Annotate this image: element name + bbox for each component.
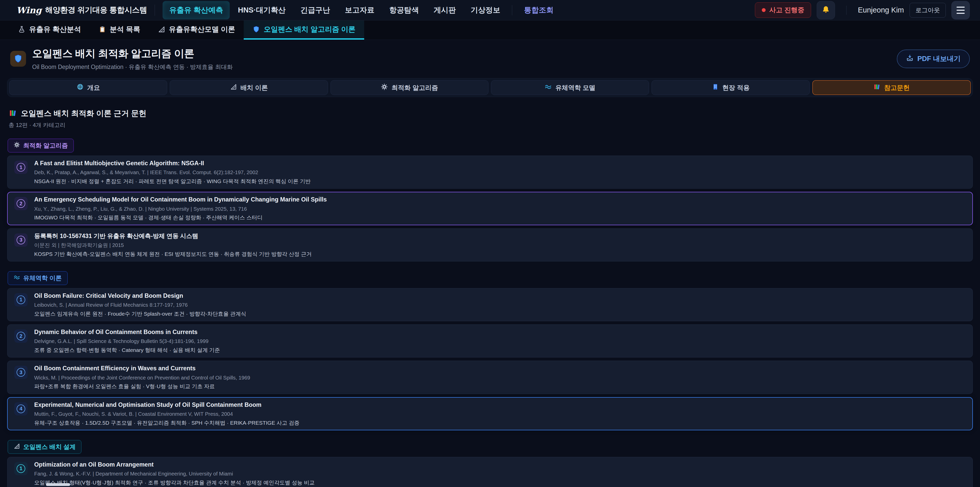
incident-status-label: 사고 진행중: [769, 6, 804, 14]
page-header: 오일펜스 배치 최적화 알고리즘 이론 Oil Boom Deployment …: [0, 40, 980, 76]
sub-tab[interactable]: 오일펜스 배치 알고리즘 이론: [244, 21, 364, 40]
reference-number-badge: 4: [14, 402, 27, 415]
horizontal-scrollbar-thumb[interactable]: [46, 483, 70, 486]
reference-number: 3: [17, 236, 25, 244]
incident-status-badge[interactable]: 사고 진행중: [755, 2, 811, 18]
reference-number: 1: [17, 295, 25, 304]
pdf-export-button[interactable]: PDF 내보내기: [897, 49, 970, 68]
reference-description: 오일펜스 배치 형태(V형·U형·J형) 최적화 연구 · 조류 방향각과 차단…: [34, 479, 315, 486]
reference-card[interactable]: 2Dynamic Behavior of Oil Containment Boo…: [7, 324, 973, 358]
reference-text: Oil Boom Containment Efficiency in Waves…: [34, 365, 250, 390]
nav-item[interactable]: HNS·대기확산: [231, 1, 292, 19]
section-tab[interactable]: 최적화 알고리즘: [331, 80, 488, 95]
reference-authors: Xu, Y., Zhang, L., Zheng, P., Liu, G., &…: [34, 206, 327, 212]
clipboard-icon: [99, 26, 106, 33]
reference-text: Dynamic Behavior of Oil Containment Boom…: [34, 329, 220, 353]
download-icon: [906, 54, 914, 64]
gear-icon: [14, 142, 20, 150]
reference-number-badge: 2: [14, 197, 27, 210]
nav-item[interactable]: 통합조회: [517, 1, 560, 19]
section-head: 오일펜스 배치 최적화 이론 근거 문헌: [7, 108, 973, 119]
reference-text: An Emergency Scheduling Model for Oil Co…: [34, 196, 327, 221]
section-count: 총 12편 · 4개 카테고리: [7, 121, 973, 129]
reference-card[interactable]: 1Oil Boom Failure: Critical Velocity and…: [7, 288, 973, 321]
reference-title: 등록특허 10-1567431 기반 유출유 확산예측-방제 연동 시스템: [34, 232, 312, 240]
reference-number: 1: [17, 163, 25, 172]
reference-card[interactable]: 2An Emergency Scheduling Model for Oil C…: [7, 192, 973, 225]
setsquare-icon: [14, 443, 20, 451]
category-badge: 오일펜스 배치 설계: [8, 440, 81, 454]
nav-item[interactable]: 기상정보: [464, 1, 507, 19]
reference-card[interactable]: 1A Fast and Elitist Multiobjective Genet…: [7, 155, 973, 189]
sub-tab-label: 유출유 확산분석: [29, 24, 81, 34]
reference-number: 2: [17, 199, 25, 208]
sub-tab-label: 분석 목록: [110, 24, 140, 34]
sub-tab[interactable]: 유출유확산모델 이론: [149, 21, 244, 40]
category-badge-label: 최적화 알고리즘: [23, 142, 68, 150]
sub-tab[interactable]: 유출유 확산분석: [9, 21, 90, 40]
wave-icon: [14, 274, 20, 282]
nav-item[interactable]: 보고자료: [338, 1, 381, 19]
red-dot-icon: [762, 8, 765, 12]
section-tab[interactable]: 개요: [9, 80, 167, 95]
reference-text: 등록특허 10-1567431 기반 유출유 확산예측-방제 연동 시스템이문진…: [34, 232, 312, 257]
reference-number: 1: [17, 464, 25, 473]
reference-title: An Emergency Scheduling Model for Oil Co…: [34, 196, 327, 203]
reference-number-badge: 1: [14, 293, 27, 307]
reference-number: 4: [17, 404, 25, 413]
reference-description: 조류 중 오일펜스 항력·변형 동역학 · Catenary 형태 해석 · 실…: [34, 347, 220, 353]
reference-card[interactable]: 4Experimental, Numerical and Optimisatio…: [7, 397, 973, 430]
nav-item[interactable]: 게시판: [427, 1, 463, 19]
reference-card[interactable]: 1Optimization of an Oil Boom Arrangement…: [7, 457, 973, 487]
nav-item[interactable]: 긴급구난: [294, 1, 337, 19]
reference-title: Experimental, Numerical and Optimisation…: [34, 401, 300, 409]
gear-icon: [381, 83, 388, 92]
reference-card[interactable]: 3등록특허 10-1567431 기반 유출유 확산예측-방제 연동 시스템이문…: [7, 228, 973, 262]
section-tab-label: 현장 적용: [722, 83, 750, 92]
references-section: 오일펜스 배치 최적화 이론 근거 문헌 총 12편 · 4개 카테고리 최적화…: [0, 108, 980, 487]
notifications-button[interactable]: [817, 1, 835, 19]
section-title: 오일펜스 배치 최적화 이론 근거 문헌: [21, 108, 146, 119]
topbar-right: 사고 진행중 Eunjeong Kim 로그아웃: [755, 1, 970, 19]
building-icon: [712, 83, 719, 92]
reference-authors: Wicks, M. | Proceedings of the Joint Con…: [34, 374, 250, 381]
section-tab[interactable]: 참고문헌: [812, 80, 971, 95]
sub-tab[interactable]: 분석 목록: [90, 21, 149, 40]
reference-authors: Leibovich, S. | Annual Review of Fluid M…: [34, 302, 246, 308]
reference-authors: 이문진 외 | 한국해양과학기술원 | 2015: [34, 242, 312, 249]
menu-button[interactable]: [951, 1, 970, 19]
globe-icon: [76, 83, 84, 92]
logout-button[interactable]: 로그아웃: [910, 3, 946, 18]
app-title: 해양환경 위기대응 통합시스템: [45, 5, 147, 15]
reference-description: KOSPS 기반 확산예측-오일펜스 배치 연동 체계 원전 · ESI 방제정…: [34, 251, 312, 257]
reference-title: Oil Boom Failure: Critical Velocity and …: [34, 292, 246, 300]
main-nav: 유출유 확산예측HNS·대기확산긴급구난보고자료항공탐색게시판기상정보통합조회: [162, 1, 560, 19]
hamburger-icon: [956, 6, 965, 14]
reference-text: Oil Boom Failure: Critical Velocity and …: [34, 292, 246, 317]
reference-authors: Fang, J. & Wong, K.-F.V. | Department of…: [34, 470, 315, 477]
reference-card[interactable]: 3Oil Boom Containment Efficiency in Wave…: [7, 361, 973, 394]
nav-item[interactable]: 항공탐색: [383, 1, 425, 19]
user-name: Eunjeong Kim: [858, 6, 904, 14]
reference-title: Oil Boom Containment Efficiency in Waves…: [34, 365, 250, 372]
section-tab[interactable]: 유체역학 모델: [491, 80, 649, 95]
reference-description: 유체-구조 상호작용 · 1.5D/2.5D 구조모델 · 유전알고리즘 최적화…: [34, 420, 300, 426]
reference-number-badge: 2: [14, 329, 27, 343]
reference-number: 2: [17, 332, 25, 340]
nav-item[interactable]: 유출유 확산예측: [162, 1, 230, 19]
reference-number-badge: 1: [14, 161, 27, 174]
reference-description: 파랑+조류 복합 환경에서 오일펜스 효율 실험 · V형·U형 성능 비교 기…: [34, 383, 250, 390]
secondary-tabs: 유출유 확산분석분석 목록유출유확산모델 이론오일펜스 배치 알고리즘 이론: [0, 21, 980, 40]
wave-icon: [545, 83, 552, 92]
section-tab[interactable]: 현장 적용: [652, 80, 810, 95]
reference-description: NSGA-II 원전 · 비지배 정렬 + 혼잡도 거리 · 파레토 전면 탐색…: [34, 178, 310, 185]
section-tab-label: 개요: [87, 83, 100, 92]
reference-title: A Fast and Elitist Multiobjective Geneti…: [34, 160, 310, 167]
reference-text: A Fast and Elitist Multiobjective Geneti…: [34, 160, 310, 185]
reference-title: Optimization of an Oil Boom Arrangement: [34, 461, 315, 468]
page-title: 오일펜스 배치 최적화 알고리즘 이론: [32, 46, 233, 61]
category-badge-label: 오일펜스 배치 설계: [23, 443, 76, 451]
section-tab[interactable]: 배치 이론: [170, 80, 328, 95]
reference-number-badge: 1: [14, 462, 27, 475]
category-badge-label: 유체역학 이론: [23, 274, 62, 282]
